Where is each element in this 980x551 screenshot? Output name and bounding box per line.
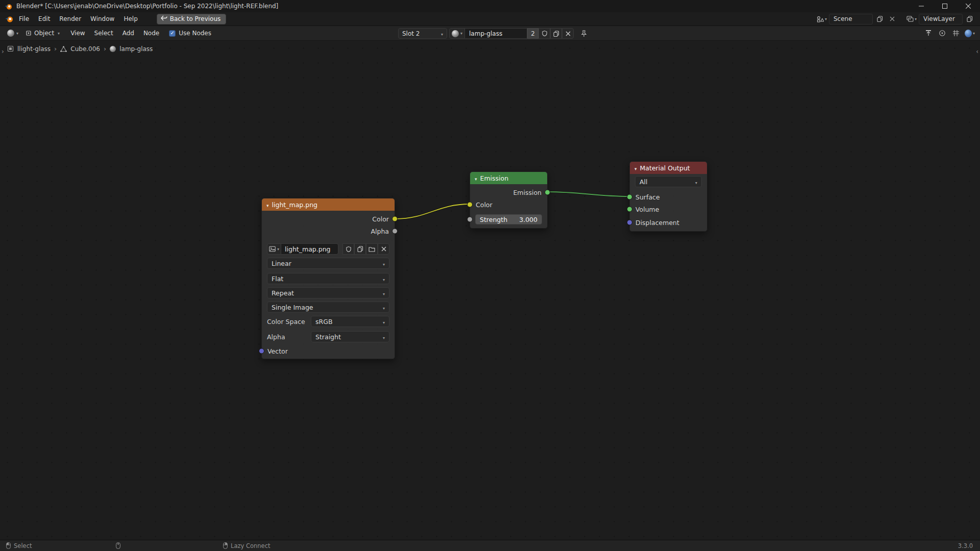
mesh-data-icon bbox=[60, 46, 67, 52]
breadcrumb-separator bbox=[104, 45, 106, 53]
alpha-output-socket[interactable] bbox=[392, 229, 398, 234]
color-output-socket[interactable] bbox=[392, 216, 398, 222]
material-icon bbox=[452, 30, 459, 37]
panel-expand-chevron-icon[interactable]: › bbox=[2, 48, 4, 55]
emission-color-input-socket[interactable] bbox=[467, 202, 473, 208]
source-dropdown[interactable]: Single Image bbox=[267, 302, 389, 313]
material-name-field[interactable]: lamp-glass bbox=[465, 28, 527, 39]
shader-editor-header: Object View Select Add Node Use Nodes Sl… bbox=[0, 26, 980, 41]
browse-image-button[interactable] bbox=[267, 243, 281, 255]
scene-browse-icon[interactable] bbox=[817, 14, 827, 24]
blender-menu-icon[interactable] bbox=[4, 14, 14, 24]
color-output-row: Color bbox=[262, 213, 395, 225]
breadcrumb-root[interactable]: llight-glass bbox=[17, 45, 51, 53]
image-copy-icon[interactable] bbox=[354, 243, 366, 255]
alpha-mode-dropdown[interactable]: Straight bbox=[311, 331, 389, 342]
vector-input-row: Vector bbox=[262, 345, 395, 357]
new-viewlayer-icon[interactable] bbox=[965, 14, 975, 24]
emission-output-socket[interactable] bbox=[545, 190, 550, 195]
use-nodes-checkbox[interactable] bbox=[169, 30, 176, 37]
node-material-output[interactable]: Material Output All Surface Volume Displ… bbox=[629, 161, 707, 232]
object-icon bbox=[26, 30, 32, 36]
displacement-input-row: Displacement bbox=[630, 216, 707, 229]
unlink-scene-icon[interactable] bbox=[887, 14, 897, 24]
browse-material-button[interactable] bbox=[449, 28, 465, 39]
blender-logo-icon bbox=[5, 3, 12, 10]
open-image-folder-icon[interactable] bbox=[366, 243, 378, 255]
new-scene-icon[interactable] bbox=[875, 14, 885, 24]
collapse-chevron-icon[interactable] bbox=[475, 174, 477, 182]
viewlayer-name-field[interactable]: ViewLayer bbox=[919, 14, 963, 24]
menu-help[interactable]: Help bbox=[119, 13, 142, 24]
output-target-dropdown[interactable]: All bbox=[635, 176, 702, 187]
back-to-previous-button[interactable]: Back to Previous bbox=[157, 14, 227, 24]
menu-add[interactable]: Add bbox=[118, 28, 139, 39]
emission-color-input-row: Color bbox=[470, 198, 547, 211]
material-slot-dropdown[interactable]: Slot 2 bbox=[398, 28, 447, 39]
chevron-down-icon bbox=[383, 275, 385, 283]
maximize-button[interactable] bbox=[933, 0, 957, 12]
vector-input-socket[interactable] bbox=[259, 348, 264, 354]
emission-output-row: Emission bbox=[470, 186, 547, 198]
unlink-material-icon[interactable] bbox=[562, 28, 574, 39]
breadcrumb-separator bbox=[54, 45, 57, 53]
image-name-field[interactable]: light_map.png bbox=[281, 243, 338, 255]
strength-value-slider[interactable]: Strength 3.000 bbox=[475, 214, 542, 224]
colorspace-dropdown[interactable]: sRGB bbox=[311, 316, 389, 327]
node-editor-canvas[interactable]: light_map.png Color Alpha light_map.png bbox=[0, 41, 980, 540]
collapse-chevron-icon[interactable] bbox=[634, 164, 637, 172]
displacement-input-socket[interactable] bbox=[627, 220, 632, 226]
shading-preview-icon[interactable] bbox=[965, 28, 975, 38]
overlays-toggle-icon[interactable] bbox=[951, 28, 961, 38]
viewlayer-browse-icon[interactable] bbox=[906, 14, 917, 24]
status-middle-mouse-hint bbox=[116, 542, 120, 549]
collapse-chevron-icon[interactable] bbox=[266, 201, 269, 209]
gizmo-toggle-icon[interactable] bbox=[937, 28, 947, 38]
node-image-texture[interactable]: light_map.png Color Alpha light_map.png bbox=[261, 198, 395, 359]
menu-file[interactable]: File bbox=[14, 13, 34, 24]
alpha-mode-row: Alpha Straight bbox=[267, 331, 389, 342]
volume-input-socket[interactable] bbox=[627, 207, 632, 212]
projection-dropdown[interactable]: Flat bbox=[267, 273, 389, 284]
material-users-count[interactable]: 2 bbox=[527, 28, 538, 39]
window-title: Blender* [C:\Users\jenab\OneDrive\Deskto… bbox=[16, 3, 278, 10]
use-nodes-label: Use Nodes bbox=[179, 30, 211, 37]
chevron-down-icon bbox=[441, 30, 443, 37]
image-node-header[interactable]: light_map.png bbox=[262, 198, 395, 211]
minimize-button[interactable] bbox=[910, 0, 933, 12]
emission-node-header[interactable]: Emission bbox=[470, 172, 547, 184]
pin-icon[interactable] bbox=[579, 29, 589, 39]
interpolation-dropdown[interactable]: Linear bbox=[267, 258, 389, 269]
menu-render[interactable]: Render bbox=[55, 13, 86, 24]
node-emission[interactable]: Emission Emission Color Strength 3.000 bbox=[470, 171, 548, 229]
shader-type-dropdown[interactable]: Object bbox=[21, 30, 64, 37]
menu-window[interactable]: Window bbox=[86, 13, 119, 24]
wire-color-to-emission bbox=[395, 204, 470, 219]
strength-row: Strength 3.000 bbox=[475, 214, 542, 224]
breadcrumb-material[interactable]: lamp-glass bbox=[119, 45, 153, 53]
surface-input-socket[interactable] bbox=[627, 194, 632, 200]
material-output-node-header[interactable]: Material Output bbox=[630, 162, 707, 174]
extension-dropdown[interactable]: Repeat bbox=[267, 287, 389, 298]
frame-view-icon[interactable] bbox=[923, 28, 934, 38]
strength-input-socket[interactable] bbox=[467, 217, 473, 222]
image-fake-user-shield-icon[interactable] bbox=[342, 243, 354, 255]
statusbar: Select Lazy Connect 3.3.0 bbox=[0, 540, 980, 551]
chevron-down-icon bbox=[383, 318, 385, 325]
scene-name-field[interactable]: Scene bbox=[829, 14, 873, 24]
close-button[interactable] bbox=[957, 0, 980, 12]
menu-view[interactable]: View bbox=[66, 28, 89, 39]
editor-type-selector[interactable] bbox=[4, 30, 21, 37]
unlink-image-icon[interactable] bbox=[378, 243, 389, 255]
breadcrumb-object[interactable]: Cube.006 bbox=[70, 45, 100, 53]
menu-edit[interactable]: Edit bbox=[34, 13, 55, 24]
colorspace-row: Color Space sRGB bbox=[267, 316, 389, 327]
chevron-down-icon bbox=[383, 333, 385, 341]
new-material-copy-icon[interactable] bbox=[550, 28, 562, 39]
menu-select[interactable]: Select bbox=[90, 28, 118, 39]
node-title: light_map.png bbox=[272, 201, 318, 209]
sidebar-toggle-chevron-icon[interactable]: ‹ bbox=[976, 48, 978, 55]
node-title: Emission bbox=[480, 174, 509, 182]
menu-node[interactable]: Node bbox=[139, 28, 164, 39]
fake-user-shield-icon[interactable] bbox=[538, 28, 550, 39]
